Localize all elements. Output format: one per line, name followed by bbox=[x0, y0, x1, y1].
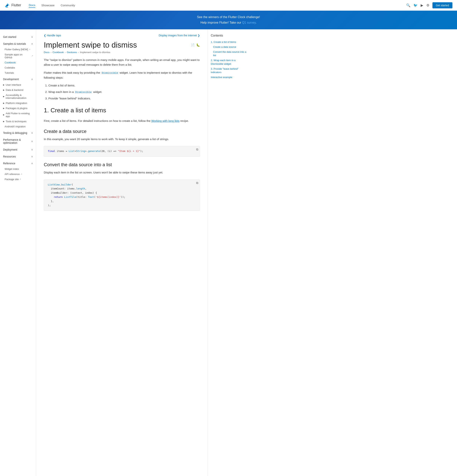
edit-page-button[interactable]: 📄 bbox=[191, 43, 195, 47]
sidebar-section-deployment-header[interactable]: Deployment ∨ bbox=[0, 147, 36, 153]
section1b-heading: Convert the data source into a list bbox=[44, 162, 200, 167]
sidebar-item-package-site[interactable]: Package site ↗ bbox=[0, 177, 36, 182]
external-link-icon: ↗ bbox=[21, 173, 22, 175]
breadcrumb-gestures[interactable]: Gestures bbox=[67, 51, 77, 54]
prev-page-link[interactable]: ❮ Handle taps bbox=[44, 34, 61, 37]
sidebar-section-samples: Samples & tutorials ∧ Flutter Gallery [N… bbox=[0, 41, 36, 75]
sidebar-section-testing-header[interactable]: Testing & debugging ∨ bbox=[0, 130, 36, 136]
copy-code-button-2[interactable]: ⧉ bbox=[196, 181, 198, 185]
sidebar-section-reference: Reference ∧ Widget index API reference ↗… bbox=[0, 160, 36, 182]
get-started-button[interactable]: Get started bbox=[432, 2, 452, 8]
list-item: Wrap each item in a Dismissible widget. bbox=[48, 89, 200, 94]
sidebar-section-performance: Performance & optimization ∨ bbox=[0, 137, 36, 146]
chevron-down-icon: ∨ bbox=[31, 148, 33, 151]
sidebar-item-api-reference[interactable]: API reference ↗ bbox=[0, 171, 36, 177]
next-page-link[interactable]: Display images from the internet ❯ bbox=[159, 34, 200, 37]
banner-line1: See the winners of the Flutter Clock cha… bbox=[5, 15, 452, 20]
chevron-down-icon: ∨ bbox=[31, 155, 33, 158]
sidebar-item-platform-integration[interactable]: ▶ Platform integration bbox=[0, 101, 36, 106]
sidebar-section-samples-header[interactable]: Samples & tutorials ∧ bbox=[0, 41, 36, 47]
logo-link[interactable]: Flutter bbox=[5, 3, 21, 8]
sidebar-section-development-header[interactable]: Development ∧ bbox=[0, 76, 36, 82]
external-link-icon: ↗ bbox=[29, 48, 30, 51]
search-icon: 🔍 bbox=[406, 3, 410, 8]
section1-heading: 1. Create a list of items bbox=[44, 107, 200, 115]
code-block-1: ⧉ final items = List<String>.generate(20… bbox=[44, 146, 200, 157]
copy-code-button[interactable]: ⧉ bbox=[196, 148, 198, 151]
main-nav: Docs Showcase Community bbox=[29, 3, 406, 8]
working-with-lists-link[interactable]: Working with long lists bbox=[151, 119, 179, 122]
section1a-text: In this example, you want 20 sample item… bbox=[44, 137, 200, 142]
contents-link-convert-data-source[interactable]: Convert the data source into a list bbox=[213, 51, 246, 57]
twitter-icon: 🐦 bbox=[413, 3, 418, 8]
contents-list: 1. Create a list of items Create a data … bbox=[211, 40, 246, 79]
expand-arrow-icon: ▶ bbox=[3, 89, 5, 91]
announcement-banner: See the winners of the Flutter Clock cha… bbox=[0, 11, 457, 29]
breadcrumb: Docs › Cookbook › Gestures › Implement s… bbox=[44, 51, 200, 54]
sidebar-item-widget-index[interactable]: Widget index bbox=[0, 166, 36, 171]
contents-item: 2. Wrap each item in a Dismissible widge… bbox=[211, 59, 246, 66]
page-layout: Get started ∨ Samples & tutorials ∧ Flut… bbox=[0, 29, 457, 476]
sidebar-section-reference-header[interactable]: Reference ∧ bbox=[0, 160, 36, 166]
contents-item: Create a data source bbox=[211, 45, 246, 49]
contents-link-interactive-example[interactable]: Interactive example bbox=[211, 76, 232, 79]
sidebar-item-cookbook[interactable]: Cookbook bbox=[0, 60, 36, 65]
dismissible-widget-ref[interactable]: Dismissible bbox=[101, 71, 119, 75]
sidebar-item-tools-techniques[interactable]: ▶ Tools & techniques bbox=[0, 119, 36, 124]
page-title: Implement swipe to dismiss bbox=[44, 41, 188, 49]
chevron-up-icon: ∧ bbox=[31, 42, 33, 45]
contents-link-create-list[interactable]: 1. Create a list of items bbox=[211, 41, 236, 43]
breadcrumb-separator: › bbox=[51, 51, 51, 54]
page-title-row: Implement swipe to dismiss 📄 🐛 bbox=[44, 41, 200, 49]
sidebar-item-accessibility[interactable]: ▶ Accessibility & internationalization bbox=[0, 93, 36, 101]
survey-link[interactable]: Q1 survey bbox=[242, 21, 256, 24]
sidebar-item-packages-plugins[interactable]: ▶ Packages & plugins bbox=[0, 106, 36, 111]
github-button[interactable]: ⚙ bbox=[426, 3, 429, 8]
contents-item: 1. Create a list of items bbox=[211, 40, 246, 44]
youtube-button[interactable]: ▶ bbox=[421, 3, 423, 8]
sidebar-item-androidx[interactable]: AndroidX migration bbox=[0, 124, 36, 129]
external-link-icon: ↗ bbox=[31, 55, 33, 57]
contents-item: Convert the data source into a list bbox=[211, 50, 246, 57]
sidebar-item-codelabs[interactable]: Codelabs bbox=[0, 65, 36, 70]
breadcrumb-cookbook[interactable]: Cookbook bbox=[52, 51, 64, 54]
github-icon: ⚙ bbox=[426, 3, 429, 8]
contents-link-leave-behind[interactable]: 3. Provide "leave behind" indicators bbox=[211, 68, 238, 74]
list-item: Provide "leave behind" indicators. bbox=[48, 96, 200, 101]
twitter-button[interactable]: 🐦 bbox=[413, 3, 418, 8]
sidebar-item-add-flutter[interactable]: ▶ Add Flutter to existing app bbox=[0, 111, 36, 119]
sidebar-item-flutter-gallery[interactable]: Flutter Gallery [NEW] ↗ bbox=[0, 47, 36, 52]
site-header: Flutter Docs Showcase Community 🔍 🐦 ▶ ⚙ … bbox=[0, 0, 457, 11]
sidebar-item-data-backend[interactable]: ▶ Data & backend bbox=[0, 87, 36, 93]
sidebar-item-tutorials[interactable]: Tutorials bbox=[0, 70, 36, 75]
chevron-down-icon: ∨ bbox=[31, 36, 33, 38]
sidebar-section-deployment: Deployment ∨ bbox=[0, 147, 36, 153]
expand-arrow-icon: ▶ bbox=[3, 84, 5, 86]
sidebar-section-get-started-header[interactable]: Get started ∨ bbox=[0, 34, 36, 40]
list-item: Create a list of items. bbox=[48, 83, 200, 88]
contents-link-wrap-item[interactable]: 2. Wrap each item in a Dismissible widge… bbox=[211, 59, 236, 65]
sidebar-section-testing: Testing & debugging ∨ bbox=[0, 130, 36, 136]
section1b-text: Display each item in the list on screen.… bbox=[44, 170, 200, 175]
youtube-icon: ▶ bbox=[421, 3, 423, 8]
breadcrumb-separator: › bbox=[65, 51, 66, 54]
chevron-left-icon: ❮ bbox=[44, 34, 46, 37]
breadcrumb-docs[interactable]: Docs bbox=[44, 51, 50, 54]
sidebar-item-user-interface[interactable]: ▶ User interface bbox=[0, 82, 36, 87]
search-button[interactable]: 🔍 bbox=[406, 3, 410, 8]
nav-community[interactable]: Community bbox=[60, 3, 75, 8]
chevron-right-icon: ❯ bbox=[198, 34, 200, 37]
sidebar-section-resources-header[interactable]: Resources ∨ bbox=[0, 153, 36, 160]
sidebar-section-get-started: Get started ∨ bbox=[0, 34, 36, 40]
contents-link-create-data-source[interactable]: Create a data source bbox=[213, 45, 236, 48]
report-issue-button[interactable]: 🐛 bbox=[196, 43, 200, 47]
expand-arrow-icon: ▶ bbox=[3, 95, 5, 97]
nav-docs[interactable]: Docs bbox=[29, 3, 35, 8]
right-sidebar: Contents 1. Create a list of items Creat… bbox=[208, 29, 249, 476]
nav-showcase[interactable]: Showcase bbox=[41, 3, 54, 8]
section1a-heading: Create a data source bbox=[44, 129, 200, 134]
sidebar-item-sample-apps[interactable]: Sample apps on GitHub ↗ bbox=[0, 52, 36, 60]
intro-paragraph2: Flutter makes this task easy by providin… bbox=[44, 70, 200, 80]
sidebar-section-performance-header[interactable]: Performance & optimization ∨ bbox=[0, 137, 36, 146]
section1-intro: First, create a list of items. For detai… bbox=[44, 119, 200, 123]
